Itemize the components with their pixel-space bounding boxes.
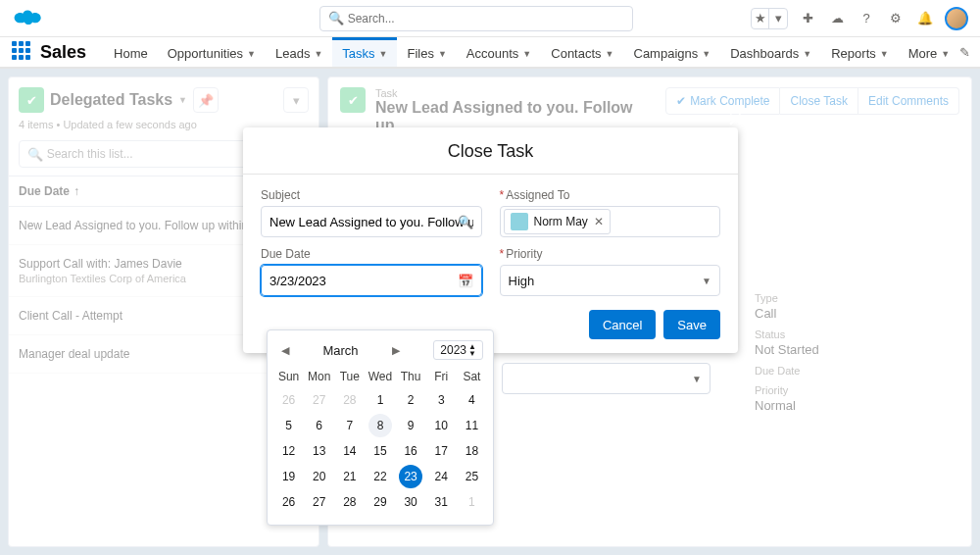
day-cell[interactable]: 17 [429, 439, 453, 463]
chevron-down-icon[interactable]: ▼ [606, 49, 614, 59]
nav-tab-contacts[interactable]: Contacts▼ [541, 37, 623, 67]
day-cell[interactable]: 23 [399, 465, 422, 488]
chevron-down-icon[interactable]: ▼ [314, 49, 322, 59]
day-cell[interactable]: 4 [460, 388, 483, 412]
close-task-modal: ✕ Close Task Subject 🔍 Assigned To Norm … [243, 127, 738, 353]
day-cell[interactable]: 30 [399, 490, 422, 514]
subject-input[interactable]: 🔍 [261, 206, 482, 237]
nav-tab-campaigns[interactable]: Campaigns▼ [624, 37, 721, 67]
chevron-down-icon[interactable]: ▼ [522, 49, 531, 59]
day-cell[interactable]: 16 [399, 439, 422, 463]
day-cell[interactable]: 27 [308, 388, 331, 412]
help-icon[interactable]: ? [857, 9, 876, 28]
day-cell[interactable]: 8 [368, 414, 392, 437]
subject-field[interactable] [270, 215, 473, 229]
day-cell[interactable]: 1 [368, 388, 392, 412]
nav-tab-label: Opportunities [168, 46, 243, 61]
notifications-icon[interactable]: 🔔 [915, 9, 935, 28]
nav-tab-dashboards[interactable]: Dashboards▼ [720, 37, 821, 67]
day-cell[interactable]: 26 [277, 490, 301, 514]
user-avatar[interactable] [945, 7, 968, 30]
day-cell[interactable]: 24 [429, 465, 453, 488]
add-icon[interactable]: ✚ [798, 9, 817, 28]
day-cell[interactable]: 12 [277, 439, 301, 463]
day-cell[interactable]: 1 [460, 490, 483, 514]
day-cell[interactable]: 18 [460, 439, 483, 463]
day-cell[interactable]: 14 [338, 439, 362, 463]
user-avatar-icon [511, 213, 528, 230]
date-picker: ◀ March ▶ 2023 ▲▼ SunMonTueWedThuFriSat2… [267, 329, 494, 526]
day-cell[interactable]: 9 [399, 414, 422, 437]
day-cell[interactable]: 6 [308, 414, 331, 437]
save-button[interactable]: Save [663, 310, 720, 339]
nav-tab-files[interactable]: Files▼ [397, 37, 456, 67]
day-cell[interactable]: 10 [429, 414, 453, 437]
dow-header: Sat [457, 366, 487, 387]
edit-nav-icon[interactable]: ✎ [959, 45, 970, 60]
subject-label: Subject [261, 188, 482, 202]
extra-select[interactable]: ▼ [502, 363, 710, 394]
due-date-input[interactable]: 📅 [261, 265, 482, 296]
nav-tab-opportunities[interactable]: Opportunities▼ [158, 37, 266, 67]
day-cell[interactable]: 22 [368, 465, 392, 488]
nav-tab-reports[interactable]: Reports▼ [821, 37, 898, 67]
favorites-split[interactable]: ★▾ [751, 8, 788, 29]
chevron-down-icon[interactable]: ▼ [379, 49, 388, 59]
cancel-button[interactable]: Cancel [589, 310, 656, 339]
chevron-down-icon[interactable]: ▼ [941, 49, 950, 59]
due-date-field[interactable] [270, 274, 473, 288]
day-cell[interactable]: 26 [277, 388, 301, 412]
remove-pill-button[interactable]: ✕ [594, 215, 604, 228]
chevron-down-icon[interactable]: ▼ [880, 49, 889, 59]
day-cell[interactable]: 27 [308, 490, 331, 514]
assigned-to-label: Assigned To [500, 188, 721, 202]
day-cell[interactable]: 25 [460, 465, 483, 488]
priority-select[interactable]: High ▼ [500, 265, 721, 296]
nav-tab-tasks[interactable]: Tasks▼ [332, 37, 397, 67]
nav-tab-label: Contacts [551, 46, 601, 61]
lookup-icon[interactable]: 🔍 [458, 215, 473, 229]
assigned-to-input[interactable]: Norm May ✕ [500, 206, 721, 237]
day-cell[interactable]: 29 [368, 490, 392, 514]
day-cell[interactable]: 21 [338, 465, 362, 488]
nav-tab-accounts[interactable]: Accounts▼ [457, 37, 541, 67]
prev-month-button[interactable]: ◀ [277, 344, 293, 357]
priority-label: Priority [500, 247, 721, 261]
nav-tab-home[interactable]: Home [104, 37, 158, 67]
nav-tab-label: Reports [831, 46, 876, 61]
calendar-icon[interactable]: 📅 [458, 274, 473, 288]
nav-tab-label: Home [114, 46, 148, 61]
global-search-input[interactable] [348, 12, 624, 25]
chevron-down-icon[interactable]: ▼ [803, 49, 811, 59]
year-value: 2023 [440, 343, 466, 357]
assigned-name: Norm May [534, 215, 588, 228]
year-select[interactable]: 2023 ▲▼ [433, 340, 483, 360]
day-cell[interactable]: 11 [460, 414, 483, 437]
day-cell[interactable]: 3 [429, 388, 453, 412]
day-cell[interactable]: 2 [399, 388, 422, 412]
global-search[interactable]: 🔍 [319, 6, 633, 31]
trailhead-icon[interactable]: ☁ [827, 9, 847, 28]
search-icon: 🔍 [328, 11, 344, 25]
day-cell[interactable]: 5 [277, 414, 301, 437]
day-cell[interactable]: 20 [308, 465, 331, 488]
modal-close-button[interactable]: ✕ [727, 108, 744, 131]
dow-header: Thu [396, 366, 426, 387]
day-cell[interactable]: 31 [429, 490, 453, 514]
app-launcher-icon[interactable] [12, 41, 30, 63]
chevron-down-icon[interactable]: ▼ [247, 49, 256, 59]
dow-header: Mon [304, 366, 334, 387]
day-cell[interactable]: 15 [368, 439, 392, 463]
nav-tab-more[interactable]: More▼ [899, 37, 960, 67]
chevron-down-icon[interactable]: ▼ [438, 49, 447, 59]
nav-tab-label: Leads [275, 46, 310, 61]
setup-icon[interactable]: ⚙ [886, 9, 906, 28]
chevron-down-icon[interactable]: ▼ [702, 49, 710, 59]
day-cell[interactable]: 28 [338, 490, 362, 514]
day-cell[interactable]: 13 [308, 439, 331, 463]
day-cell[interactable]: 28 [338, 388, 362, 412]
day-cell[interactable]: 19 [277, 465, 301, 488]
nav-tab-leads[interactable]: Leads▼ [266, 37, 332, 67]
day-cell[interactable]: 7 [338, 414, 362, 437]
next-month-button[interactable]: ▶ [388, 344, 404, 357]
